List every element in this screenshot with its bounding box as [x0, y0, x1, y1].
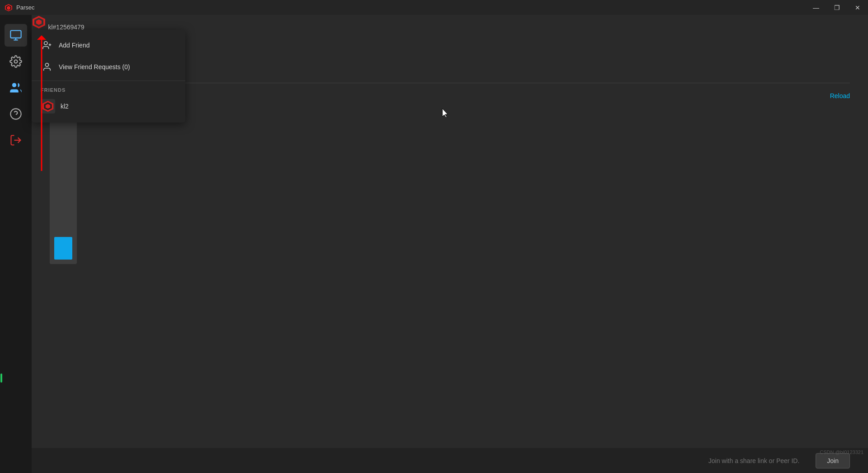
volume-indicator	[0, 346, 3, 383]
sidebar-item-computers[interactable]	[5, 24, 27, 47]
join-button[interactable]: Join	[816, 453, 850, 468]
svg-point-14	[45, 63, 48, 66]
svg-point-11	[44, 42, 47, 45]
svg-point-6	[14, 60, 18, 63]
friend-name-kl2: kl2	[61, 103, 69, 110]
add-friend-item[interactable]: Add Friend	[32, 34, 185, 56]
sidebar-item-help[interactable]	[5, 103, 27, 125]
watermark: CSDN @bl0123321	[820, 449, 863, 455]
sidebar-item-logout[interactable]	[5, 129, 27, 151]
reload-button[interactable]: Reload	[830, 92, 850, 99]
svg-point-8	[10, 109, 21, 119]
sidebar	[0, 15, 32, 473]
window-controls: — ❐ ✕	[806, 0, 868, 15]
computer-card-inner	[50, 110, 77, 264]
friend-avatar-kl2	[41, 99, 55, 114]
sidebar-item-friends[interactable]	[5, 76, 27, 99]
svg-rect-3	[10, 31, 21, 38]
user-info: kl#12569479	[32, 15, 868, 31]
sidebar-item-settings[interactable]	[5, 50, 27, 73]
bottom-bar: Join	[32, 448, 868, 473]
peer-id-input[interactable]	[50, 457, 808, 464]
friends-section-label: FRIENDS	[32, 84, 185, 95]
divider	[32, 80, 185, 81]
view-requests-label: View Friend Requests (0)	[59, 63, 130, 71]
app-title: Parsec	[16, 4, 34, 11]
add-friend-label: Add Friend	[59, 42, 89, 49]
friends-dropdown: Add Friend View Friend Requests (0) FRIE…	[32, 30, 185, 123]
volume-bar	[0, 374, 2, 383]
maximize-button[interactable]: ❐	[826, 0, 847, 15]
friend-item-kl2[interactable]: kl2	[32, 95, 185, 118]
view-requests-item[interactable]: View Friend Requests (0)	[32, 56, 185, 78]
svg-point-7	[12, 83, 16, 87]
app-icon	[5, 4, 13, 12]
close-button[interactable]: ✕	[847, 0, 868, 15]
view-requests-icon	[41, 61, 53, 73]
main-container: Add Friend View Friend Requests (0) FRIE…	[0, 15, 868, 473]
computer-card	[50, 110, 77, 264]
titlebar: Parsec — ❐ ✕	[0, 0, 868, 15]
add-friend-icon	[41, 39, 53, 52]
computer-card-blue-square	[54, 237, 72, 260]
minimize-button[interactable]: —	[806, 0, 826, 15]
